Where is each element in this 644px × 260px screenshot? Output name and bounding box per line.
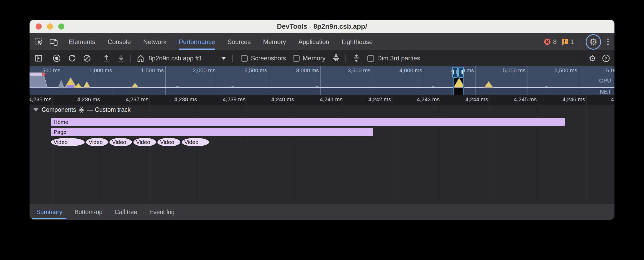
- ruler-time-label: 4,244 ms: [465, 96, 488, 103]
- screenshots-checkbox-group[interactable]: Screenshots: [241, 55, 286, 62]
- custom-track-title: Components: [42, 106, 76, 113]
- memory-checkbox[interactable]: [293, 55, 300, 62]
- tab-memory[interactable]: Memory: [263, 33, 286, 50]
- screenshots-label: Screenshots: [251, 55, 286, 62]
- error-badge[interactable]: 8: [544, 38, 556, 46]
- overview-time-label: 1,000 ms: [89, 67, 112, 74]
- ruler-time-label: 4,246 ms: [563, 96, 585, 103]
- reload-record-icon[interactable]: [68, 54, 76, 62]
- inspect-element-icon[interactable]: [34, 37, 43, 46]
- flame-bar-label: Video: [136, 139, 150, 145]
- tab-lighthouse[interactable]: Lighthouse: [342, 33, 373, 50]
- tab-console[interactable]: Console: [108, 33, 131, 50]
- bottom-tab-call-tree[interactable]: Call tree: [115, 204, 137, 220]
- collapse-track-icon[interactable]: [33, 108, 39, 112]
- overview-time-label: 5,500 ms: [555, 67, 577, 74]
- memory-label: Memory: [303, 55, 326, 62]
- overview-gridline: [320, 66, 321, 95]
- panel-tabs: ElementsConsoleNetworkPerformanceSources…: [69, 33, 373, 50]
- zoom-window-button[interactable]: [58, 23, 64, 30]
- help-icon[interactable]: ?: [602, 54, 610, 62]
- overview-time-label: 2,500 ms: [244, 67, 267, 74]
- load-profile-icon[interactable]: [102, 54, 110, 62]
- dim-3rd-parties-checkbox-group[interactable]: Dim 3rd parties: [367, 55, 420, 62]
- ruler-tick: [247, 95, 247, 105]
- ruler-time-label: 4,243 ms: [417, 96, 440, 103]
- tabbar-left-icons: [34, 37, 59, 46]
- time-ruler[interactable]: 4,235 ms4,236 ms4,237 ms4,238 ms4,239 ms…: [30, 95, 614, 105]
- flame-bar-page[interactable]: Page: [51, 128, 373, 136]
- tab-performance[interactable]: Performance: [179, 33, 215, 50]
- issues-icon: [561, 38, 568, 46]
- garbage-collect-icon[interactable]: [332, 54, 340, 63]
- collapse-sections-icon[interactable]: [352, 54, 361, 63]
- range-handle-right[interactable]: [458, 67, 464, 78]
- ruler-tick: [101, 95, 101, 105]
- record-icon[interactable]: [52, 54, 61, 62]
- timeline-overview[interactable]: 500 ms1,000 ms1,500 ms2,000 ms2,500 ms3,…: [30, 66, 614, 95]
- overview-time-label: 2,000 ms: [193, 67, 215, 74]
- performance-toolbar: 8p2n9n.csb.app #1 Screenshots Memory: [30, 50, 614, 66]
- bottom-tab-bottom-up[interactable]: Bottom-up: [74, 204, 102, 220]
- flame-bar-video[interactable]: Video: [86, 138, 108, 146]
- flame-bar-video[interactable]: Video: [157, 138, 180, 146]
- capture-settings-gear-icon[interactable]: ⚙: [589, 54, 596, 62]
- ruler-time-label: 4,238 ms: [174, 96, 197, 103]
- target-select-caret-icon[interactable]: [221, 57, 226, 60]
- dim-3rd-parties-checkbox[interactable]: [367, 55, 374, 62]
- tab-network[interactable]: Network: [143, 33, 166, 50]
- overview-time-label: 4,000 ms: [400, 67, 422, 74]
- react-atom-icon: [78, 107, 85, 113]
- close-window-button[interactable]: [36, 23, 42, 30]
- overview-gridline: [424, 66, 424, 95]
- ruler-tick: [344, 95, 344, 105]
- bottom-tab-summary[interactable]: Summary: [36, 204, 62, 220]
- memory-checkbox-group[interactable]: Memory: [293, 55, 326, 62]
- error-count: 8: [553, 38, 556, 46]
- ruler-time-label: 4,235 ms: [30, 96, 51, 103]
- overview-gridline: [475, 66, 476, 95]
- cpu-lane-label: CPU: [599, 77, 611, 84]
- flame-bar-video[interactable]: Video: [133, 138, 156, 146]
- net-lane-label: NET: [600, 88, 611, 95]
- clear-icon[interactable]: [83, 54, 91, 62]
- flame-bar-home[interactable]: Home: [51, 118, 565, 126]
- flame-chart-area[interactable]: Components — Custom track HomePageVideoV…: [30, 105, 614, 204]
- range-handle-left[interactable]: [452, 67, 458, 78]
- settings-gear-icon[interactable]: ⚙: [589, 37, 597, 46]
- overview-time-label: 6,000 ms: [606, 67, 614, 74]
- minimize-window-button[interactable]: [47, 23, 53, 30]
- toolbar-divider-3: [232, 54, 233, 62]
- flame-bar-video[interactable]: Video: [109, 138, 132, 146]
- ruler-tick: [295, 95, 295, 105]
- ruler-time-label: 4,236 ms: [77, 96, 100, 103]
- overview-gridline: [372, 66, 372, 95]
- toggle-sidebar-icon[interactable]: [35, 54, 42, 62]
- devtools-tabbar: ElementsConsoleNetworkPerformanceSources…: [30, 33, 614, 50]
- ruler-tick: [150, 95, 150, 105]
- target-select-value[interactable]: 8p2n9n.csb.app #1: [148, 55, 202, 62]
- custom-track-header[interactable]: Components — Custom track: [33, 106, 131, 113]
- tab-sources[interactable]: Sources: [228, 33, 251, 50]
- ruler-tick: [586, 95, 587, 105]
- device-toolbar-icon[interactable]: [50, 37, 59, 46]
- flame-bar-label: Video: [112, 139, 126, 145]
- screenshots-checkbox[interactable]: [241, 55, 248, 62]
- flame-bar-label: Page: [54, 129, 66, 135]
- flame-bar-label: Video: [160, 139, 174, 145]
- ruler-time-label: 4,237 ms: [126, 96, 148, 103]
- flame-bar-video[interactable]: Video: [182, 138, 209, 146]
- overview-gridline: [217, 66, 217, 95]
- home-icon[interactable]: [136, 54, 145, 62]
- more-options-icon[interactable]: [605, 38, 611, 45]
- tab-application[interactable]: Application: [298, 33, 329, 50]
- tab-elements[interactable]: Elements: [69, 33, 95, 50]
- save-profile-icon[interactable]: [117, 54, 125, 62]
- bottom-tab-event-log[interactable]: Event log: [149, 204, 175, 220]
- svg-text:?: ?: [605, 56, 607, 61]
- flame-bar-video[interactable]: Video: [51, 138, 85, 146]
- toolbar-right: ⚙ ?: [579, 54, 610, 62]
- overview-time-label: 5,000 ms: [503, 67, 526, 74]
- overview-gridline: [579, 66, 579, 95]
- warning-badge[interactable]: 1: [561, 38, 574, 46]
